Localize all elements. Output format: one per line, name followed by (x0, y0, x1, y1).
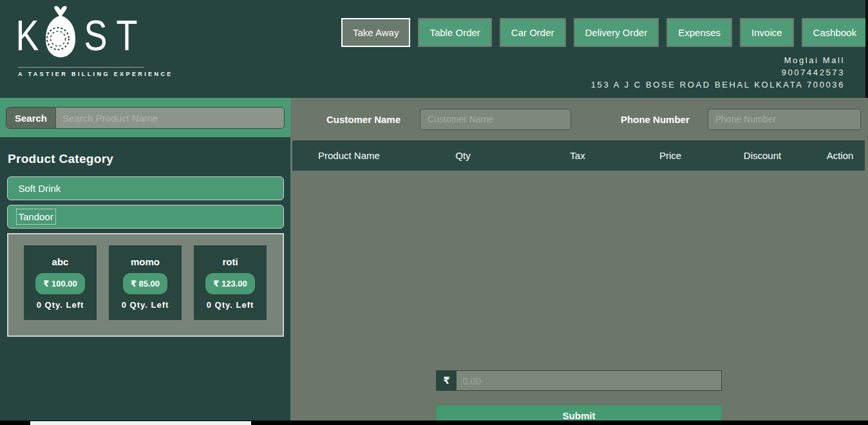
category-label-soft-drink: Soft Drink (19, 183, 61, 194)
nav-button-delivery-order[interactable]: Delivery Order (574, 18, 659, 47)
phone-number-input[interactable] (708, 109, 861, 130)
product-name: momo (131, 256, 160, 267)
product-name: abc (52, 256, 69, 267)
money-bag-icon (42, 5, 79, 62)
app-header: K ST A TASTIER BILLING EXPERIENCE Take A… (0, 0, 868, 98)
logo-divider (18, 67, 144, 68)
store-info: Moglai Mall 9007442573 153 A J C BOSE RO… (591, 54, 845, 91)
nav-button-table-order[interactable]: Table Order (418, 18, 491, 47)
horizontal-scrollbar-thumb[interactable] (30, 421, 251, 425)
column-header-price: Price (631, 150, 710, 161)
search-input[interactable] (56, 108, 284, 128)
phone-number-label: Phone Number (621, 114, 690, 125)
store-name: Moglai Mall (591, 54, 845, 66)
column-header-discount: Discount (710, 150, 815, 161)
customer-name-label: Customer Name (326, 114, 401, 125)
search-group: Search (6, 107, 285, 129)
customer-name-input[interactable] (420, 109, 571, 130)
store-address: 153 A J C BOSE ROAD BEHAL KOLKATA 700036 (591, 79, 845, 91)
brand-logo-row: K ST (18, 3, 144, 67)
product-qty-left: 0 Qty. Left (207, 300, 254, 310)
store-phone: 9007442573 (591, 66, 845, 79)
horizontal-scrollbar[interactable] (0, 420, 868, 425)
rupee-icon: ₹ (437, 371, 457, 390)
total-amount-input[interactable] (457, 371, 721, 390)
column-header-qty: Qty (402, 150, 524, 161)
brand-letters-st: ST (84, 13, 147, 57)
nav-button-expenses[interactable]: Expenses (666, 18, 732, 47)
search-label: Search (6, 108, 56, 128)
search-strip: Search (0, 98, 290, 137)
products-panel: abc ₹ 100.00 0 Qty. Left momo ₹ 85.00 0 … (7, 233, 284, 337)
column-header-product-name: Product Name (292, 150, 402, 161)
product-price-badge: ₹ 100.00 (35, 273, 84, 294)
product-category-heading: Product Category (0, 137, 290, 176)
order-table-header: Product Name Qty Tax Price Discount Acti… (292, 140, 865, 171)
column-header-action: Action (815, 150, 865, 161)
total-input-group: ₹ (436, 370, 722, 391)
product-card-abc[interactable]: abc ₹ 100.00 0 Qty. Left (24, 245, 97, 320)
product-price-badge: ₹ 85.00 (123, 273, 167, 294)
sidebar: Search Product Category Soft Drink Tando… (0, 98, 290, 425)
product-card-momo[interactable]: momo ₹ 85.00 0 Qty. Left (109, 245, 182, 320)
order-total-section: ₹ Submit (436, 370, 722, 425)
product-card-roti[interactable]: roti ₹ 123.00 0 Qty. Left (194, 245, 267, 320)
customer-form-row: Customer Name Phone Number (290, 98, 868, 140)
category-button-soft-drink[interactable]: Soft Drink (7, 176, 284, 200)
product-qty-left: 0 Qty. Left (37, 300, 84, 310)
brand-logo: K ST A TASTIER BILLING EXPERIENCE (18, 3, 144, 77)
product-name: roti (222, 256, 238, 267)
nav-button-take-away[interactable]: Take Away (341, 18, 410, 47)
order-panel: Customer Name Phone Number Product Name … (290, 98, 868, 425)
column-header-tax: Tax (524, 150, 631, 161)
brand-tagline: A TASTIER BILLING EXPERIENCE (18, 71, 144, 77)
app-window: K ST A TASTIER BILLING EXPERIENCE Take A… (0, 0, 868, 425)
product-qty-left: 0 Qty. Left (122, 300, 169, 310)
nav-button-car-order[interactable]: Car Order (500, 18, 566, 47)
main-nav: Take Away Table Order Car Order Delivery… (341, 18, 868, 47)
nav-button-cashbook[interactable]: Cashbook (802, 18, 868, 47)
product-price-badge: ₹ 123.00 (205, 273, 254, 294)
brand-letter-k: K (15, 13, 40, 57)
category-label-tandoor: Tandoor (19, 211, 53, 222)
content-area: Search Product Category Soft Drink Tando… (0, 98, 868, 425)
window-right-edge (865, 0, 868, 98)
category-button-tandoor[interactable]: Tandoor (7, 205, 284, 229)
nav-button-invoice[interactable]: Invoice (740, 18, 794, 47)
